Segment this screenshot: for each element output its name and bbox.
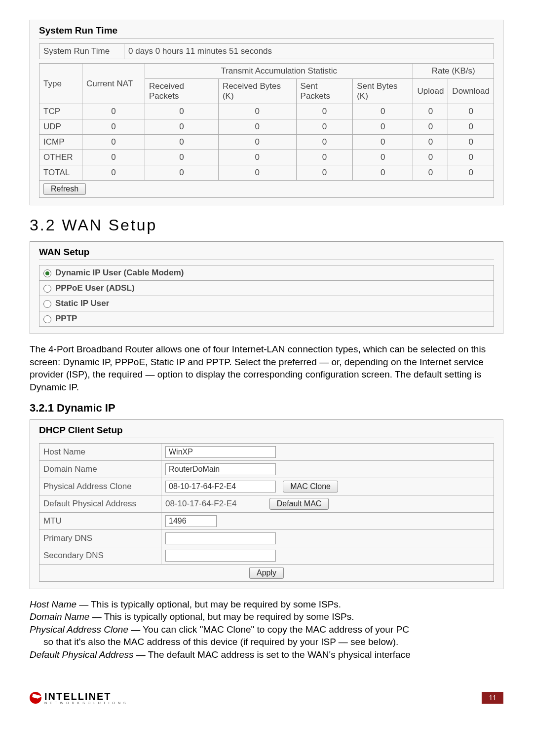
row-type: UDP bbox=[39, 119, 82, 135]
row-value: 0 bbox=[413, 150, 448, 165]
sdns-input[interactable] bbox=[165, 550, 276, 562]
col-rxb: Received Bytes (K) bbox=[218, 79, 296, 104]
col-trans-group: Transmit Accumulation Statistic bbox=[145, 64, 413, 79]
row-value: 0 bbox=[145, 165, 219, 181]
row-type: OTHER bbox=[39, 150, 82, 165]
row-value: 0 bbox=[296, 150, 353, 165]
row-value: 0 bbox=[145, 150, 219, 165]
row-value: 0 bbox=[145, 135, 219, 150]
row-value: 0 bbox=[353, 104, 413, 119]
wan-option-label: Dynamic IP User (Cable Modem) bbox=[55, 268, 184, 277]
col-dn: Download bbox=[448, 79, 494, 104]
wan-description: The 4-Port Broadband Router allows one o… bbox=[30, 343, 503, 394]
clone-input[interactable] bbox=[165, 481, 276, 492]
row-value: 0 bbox=[413, 104, 448, 119]
pdns-input[interactable] bbox=[165, 532, 276, 544]
desc-text: — This is typically optional, but may be… bbox=[76, 599, 341, 609]
default-mac-button[interactable]: Default MAC bbox=[269, 498, 329, 510]
col-rxp: Received Packets bbox=[145, 79, 219, 104]
row-type: TCP bbox=[39, 104, 82, 119]
defmac-value: 08-10-17-64-F2-E4 bbox=[165, 499, 237, 508]
panel-title: WAN Setup bbox=[39, 247, 494, 260]
wan-option-label: PPPoE User (ADSL) bbox=[55, 283, 135, 293]
refresh-button[interactable]: Refresh bbox=[43, 183, 86, 195]
label-defmac: Default Physical Address bbox=[39, 495, 161, 512]
dhcp-panel: DHCP Client Setup Host Name Domain Name … bbox=[30, 419, 503, 589]
label-mtu: MTU bbox=[39, 512, 161, 529]
wan-option[interactable]: Dynamic IP User (Cable Modem) bbox=[39, 265, 494, 281]
label-host: Host Name bbox=[39, 443, 161, 460]
label-sdns: Secondary DNS bbox=[39, 547, 161, 564]
wan-setup-panel: WAN Setup Dynamic IP User (Cable Modem)P… bbox=[30, 241, 503, 334]
row-value: 0 bbox=[82, 135, 145, 150]
row-type: TOTAL bbox=[39, 165, 82, 181]
runtime-value: 0 days 0 hours 11 minutes 51 seconds bbox=[124, 44, 494, 59]
field-descriptions: Host Name — This is typically optional, … bbox=[30, 598, 503, 661]
logo-icon bbox=[30, 692, 41, 704]
row-value: 0 bbox=[82, 104, 145, 119]
desc-term: Host Name bbox=[30, 599, 76, 609]
mac-clone-button[interactable]: MAC Clone bbox=[283, 481, 338, 492]
wan-option[interactable]: PPTP bbox=[39, 311, 494, 327]
page-footer: INTELLINET N E T W O R K S O L U T I O N… bbox=[0, 691, 533, 717]
runtime-label: System Run Time bbox=[39, 44, 124, 59]
row-value: 0 bbox=[353, 119, 413, 135]
desc-term: Default Physical Address bbox=[30, 649, 134, 660]
wan-options-table: Dynamic IP User (Cable Modem)PPPoE User … bbox=[39, 265, 494, 327]
wan-option-label: Static IP User bbox=[55, 299, 109, 308]
col-up: Upload bbox=[413, 79, 448, 104]
row-value: 0 bbox=[218, 104, 296, 119]
row-value: 0 bbox=[353, 135, 413, 150]
domain-input[interactable] bbox=[165, 463, 276, 475]
row-value: 0 bbox=[353, 165, 413, 181]
section-heading: 3.2 WAN Setup bbox=[30, 216, 503, 234]
row-value: 0 bbox=[145, 119, 219, 135]
row-type: ICMP bbox=[39, 135, 82, 150]
desc-term: Physical Address Clone bbox=[30, 624, 128, 635]
desc-text: so that it's also the MAC address of thi… bbox=[43, 637, 398, 647]
row-value: 0 bbox=[448, 104, 494, 119]
brand-logo: INTELLINET N E T W O R K S O L U T I O N… bbox=[30, 691, 127, 705]
page-number: 11 bbox=[482, 692, 503, 704]
row-value: 0 bbox=[413, 165, 448, 181]
system-run-time-panel: System Run Time System Run Time 0 days 0… bbox=[30, 20, 503, 205]
row-value: 0 bbox=[218, 119, 296, 135]
subsection-heading: 3.2.1 Dynamic IP bbox=[30, 402, 503, 415]
row-value: 0 bbox=[296, 104, 353, 119]
brand-sub: N E T W O R K S O L U T I O N S bbox=[44, 701, 127, 705]
col-rate-group: Rate (KB/s) bbox=[413, 64, 494, 79]
col-nat: Current NAT bbox=[82, 64, 145, 104]
wan-option[interactable]: PPPoE User (ADSL) bbox=[39, 281, 494, 296]
row-value: 0 bbox=[82, 119, 145, 135]
row-value: 0 bbox=[218, 150, 296, 165]
row-value: 0 bbox=[448, 150, 494, 165]
runtime-table: System Run Time 0 days 0 hours 11 minute… bbox=[39, 43, 494, 59]
host-input[interactable] bbox=[165, 446, 276, 458]
radio-icon[interactable] bbox=[43, 315, 51, 323]
dhcp-table: Host Name Domain Name Physical Address C… bbox=[39, 443, 494, 582]
wan-option[interactable]: Static IP User bbox=[39, 296, 494, 311]
radio-icon[interactable] bbox=[43, 285, 51, 293]
desc-text: — The default MAC address is set to the … bbox=[134, 649, 411, 660]
row-value: 0 bbox=[82, 150, 145, 165]
row-value: 0 bbox=[448, 165, 494, 181]
radio-icon[interactable] bbox=[43, 269, 51, 277]
desc-text: — This is typically optional, but may be… bbox=[89, 611, 354, 622]
row-value: 0 bbox=[413, 135, 448, 150]
desc-text: — You can click "MAC Clone" to copy the … bbox=[128, 624, 409, 635]
row-value: 0 bbox=[353, 150, 413, 165]
label-domain: Domain Name bbox=[39, 460, 161, 478]
col-txp: Sent Packets bbox=[296, 79, 353, 104]
radio-icon[interactable] bbox=[43, 300, 51, 308]
row-value: 0 bbox=[218, 165, 296, 181]
desc-term: Domain Name bbox=[30, 611, 89, 622]
row-value: 0 bbox=[296, 135, 353, 150]
wan-option-label: PPTP bbox=[55, 314, 77, 323]
apply-button[interactable]: Apply bbox=[249, 567, 284, 579]
row-value: 0 bbox=[413, 119, 448, 135]
mtu-input[interactable] bbox=[165, 515, 217, 527]
row-value: 0 bbox=[296, 165, 353, 181]
brand-name: INTELLINET bbox=[44, 691, 127, 702]
stats-table: Type Current NAT Transmit Accumulation S… bbox=[39, 63, 494, 198]
panel-title: System Run Time bbox=[39, 25, 494, 38]
